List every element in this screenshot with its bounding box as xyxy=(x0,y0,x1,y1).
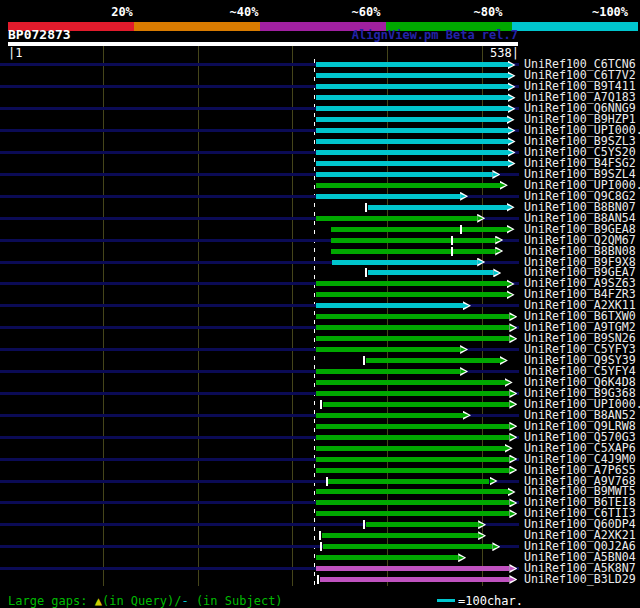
hit-bar[interactable] xyxy=(331,227,506,232)
hit-arrowhead-icon xyxy=(507,279,515,288)
hit-bar[interactable] xyxy=(316,314,509,319)
gap-tick xyxy=(451,236,453,245)
subject-gap-dash-icon: - xyxy=(181,594,188,608)
hit-bar[interactable] xyxy=(316,183,500,188)
hit-arrowhead-icon xyxy=(477,258,485,267)
hit-arrowhead-icon xyxy=(495,247,503,256)
hit-bar[interactable] xyxy=(323,544,493,549)
hit-arrowhead-icon xyxy=(478,520,486,529)
hit-bar[interactable] xyxy=(316,281,507,286)
hit-bar[interactable] xyxy=(323,402,510,407)
hit-bar[interactable] xyxy=(366,522,478,527)
hit-bar[interactable] xyxy=(331,249,495,254)
hit-bar[interactable] xyxy=(316,424,509,429)
scale-label: ~60% xyxy=(336,5,396,19)
hit-arrowhead-icon xyxy=(478,531,486,540)
hit-arrowhead-icon xyxy=(509,323,517,332)
hit-arrowhead-icon xyxy=(492,170,500,179)
hit-bar[interactable] xyxy=(316,84,508,89)
hit-bar[interactable] xyxy=(316,292,507,297)
hit-bar[interactable] xyxy=(316,336,509,341)
hit-bar[interactable] xyxy=(316,161,508,166)
hit-arrowhead-icon xyxy=(509,312,517,321)
hit-bar[interactable] xyxy=(316,511,509,516)
hit-bar[interactable] xyxy=(316,106,508,111)
scale-segment xyxy=(134,22,260,31)
hit-bar[interactable] xyxy=(368,205,506,210)
hit-arrowhead-icon xyxy=(508,60,516,69)
hit-bar[interactable] xyxy=(316,216,477,221)
hit-bar[interactable] xyxy=(316,391,509,396)
gap-tick xyxy=(320,542,322,551)
hit-bar[interactable] xyxy=(316,489,508,494)
alignview-overview: 20%~40%~60%~80%~100% BP072873 AlignView.… xyxy=(0,0,640,608)
alignment-row[interactable]: UniRef100_B3LD29 xyxy=(0,574,640,585)
hit-bar[interactable] xyxy=(316,566,509,571)
hit-bar[interactable] xyxy=(316,150,508,155)
hit-arrowhead-icon xyxy=(509,466,517,475)
hit-bar[interactable] xyxy=(328,479,489,484)
scale-legend-line-icon xyxy=(437,599,455,602)
hit-arrowhead-icon xyxy=(460,192,468,201)
hit-bar[interactable] xyxy=(316,194,460,199)
hit-bar[interactable] xyxy=(316,95,508,100)
gap-legend-prefix: Large gaps: xyxy=(8,594,95,608)
hit-arrowhead-icon xyxy=(509,575,517,584)
hit-arrowhead-icon xyxy=(463,301,471,310)
gap-tick xyxy=(319,531,321,540)
hit-bar[interactable] xyxy=(332,260,477,265)
hit-bar[interactable] xyxy=(316,555,458,560)
hit-bar[interactable] xyxy=(331,238,495,243)
scale-legend-label: =100char. xyxy=(458,594,523,608)
hit-bar[interactable] xyxy=(316,128,508,133)
hit-bar[interactable] xyxy=(322,533,478,538)
hit-bar[interactable] xyxy=(316,172,492,177)
hit-arrowhead-icon xyxy=(508,159,516,168)
hit-bar[interactable] xyxy=(316,457,509,462)
hit-bar[interactable] xyxy=(366,358,500,363)
hit-bar[interactable] xyxy=(316,325,509,330)
gap-tick xyxy=(317,575,319,584)
gap-legend: Large gaps: ▲(in Query)/- (in Subject) xyxy=(8,594,283,608)
gap-tick xyxy=(326,477,328,486)
hit-bar[interactable] xyxy=(316,117,507,122)
hit-bar[interactable] xyxy=(316,62,508,67)
hit-bar[interactable] xyxy=(316,468,509,473)
hit-arrowhead-icon xyxy=(500,181,508,190)
hit-arrowhead-icon xyxy=(505,378,513,387)
hit-bar[interactable] xyxy=(316,139,508,144)
hit-arrowhead-icon xyxy=(509,400,517,409)
hit-arrowhead-icon xyxy=(460,345,468,354)
hit-bar[interactable] xyxy=(316,303,463,308)
hit-bar[interactable] xyxy=(320,577,510,582)
hit-bar[interactable] xyxy=(368,270,493,275)
hit-arrowhead-icon xyxy=(508,71,516,80)
hit-arrowhead-icon xyxy=(509,455,517,464)
hit-arrowhead-icon xyxy=(460,367,468,376)
gap-tick xyxy=(363,356,365,365)
scale-label: 20% xyxy=(92,5,152,19)
hit-bar[interactable] xyxy=(316,380,505,385)
hit-bar[interactable] xyxy=(316,435,509,440)
hit-arrowhead-icon xyxy=(508,104,516,113)
hit-arrowhead-icon xyxy=(507,203,515,212)
hit-arrowhead-icon xyxy=(490,477,498,486)
subject-gap-text: (in Subject) xyxy=(189,594,283,608)
scale-label: ~40% xyxy=(214,5,274,19)
hit-bar[interactable] xyxy=(316,500,509,505)
hit-label[interactable]: UniRef100_B3LD29 xyxy=(524,574,636,585)
hit-arrowhead-icon xyxy=(458,553,466,562)
scale-segment xyxy=(512,22,638,31)
hit-bar[interactable] xyxy=(316,369,460,374)
gap-tick xyxy=(363,520,365,529)
hit-bar[interactable] xyxy=(316,446,505,451)
hit-arrowhead-icon xyxy=(508,126,516,135)
hit-arrowhead-icon xyxy=(509,509,517,518)
hit-arrowhead-icon xyxy=(508,82,516,91)
hit-bar[interactable] xyxy=(316,413,463,418)
hit-arrowhead-icon xyxy=(507,290,515,299)
hit-bar[interactable] xyxy=(316,347,460,352)
hit-bar[interactable] xyxy=(316,73,508,78)
ruler-end-label: 538| xyxy=(440,46,519,60)
hit-arrowhead-icon xyxy=(508,93,516,102)
